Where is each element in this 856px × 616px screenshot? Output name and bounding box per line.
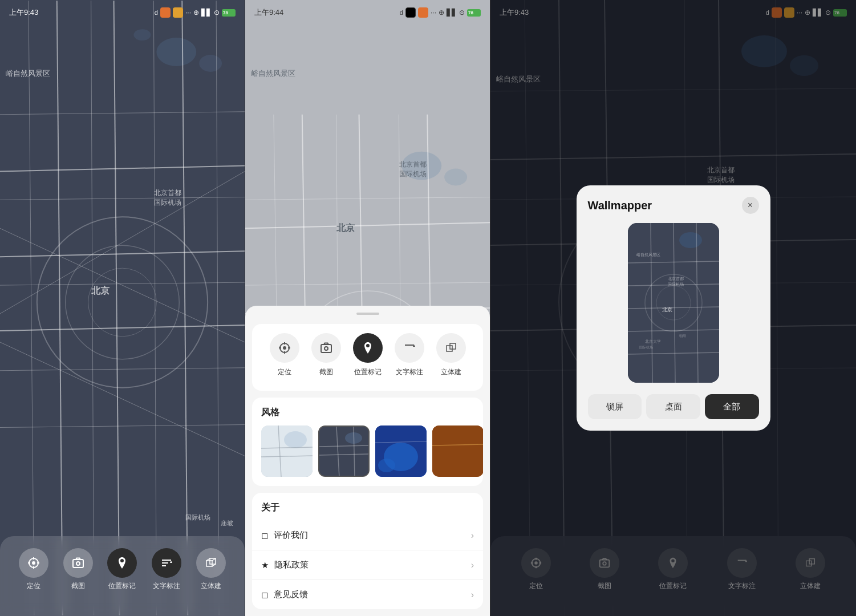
marker-icon-1: [107, 548, 137, 578]
svg-point-60: [324, 347, 328, 350]
svg-line-48: [245, 282, 490, 285]
svg-text:北京大学: 北京大学: [645, 339, 661, 343]
notif-orange-2: [418, 7, 428, 18]
svg-line-4: [0, 251, 245, 257]
svg-rect-70: [319, 427, 370, 477]
time-display-1: 上午9:43: [9, 7, 38, 18]
svg-text:峪自然风景区: 峪自然风景区: [636, 253, 660, 257]
toolbar-item-text-1[interactable]: 文字标注: [152, 548, 181, 591]
text-icon-1: [152, 548, 181, 578]
svg-point-38: [401, 152, 441, 180]
notif-tiktok-2: [405, 7, 416, 18]
style-thumb-brown[interactable]: [432, 425, 483, 477]
screenshot-icon-1: [63, 548, 93, 578]
svg-line-7: [57, 1, 63, 615]
sheet-text-label: 文字标注: [396, 367, 423, 377]
lock-screen-button[interactable]: 锁屏: [588, 394, 642, 419]
feedback-icon: ◻: [261, 590, 268, 600]
svg-rect-59: [321, 345, 331, 352]
svg-line-23: [0, 172, 245, 314]
bottom-toolbar-1: 定位 截图 位置标记 文字标注 立体建: [0, 536, 245, 616]
svg-rect-33: [206, 561, 212, 566]
svg-line-6: [114, 1, 120, 615]
sheet-item-marker[interactable]: 位置标记: [348, 324, 387, 382]
notif-yellow-1: [173, 7, 183, 18]
style-row: [252, 425, 483, 486]
wifi-icon-2: ⊙: [459, 9, 465, 17]
svg-point-53: [283, 346, 286, 350]
svg-line-12: [0, 112, 245, 115]
wallmapper-overlay: Wallmapper × 峪自然风景区: [490, 0, 856, 616]
sheet-item-text[interactable]: 文字标注: [390, 324, 429, 382]
about-row-feedback[interactable]: ◻ 意见反馈 ›: [252, 580, 483, 609]
svg-text:国际机场: 国际机场: [639, 346, 653, 349]
wallmapper-dialog: Wallmapper × 峪自然风景区: [577, 185, 770, 431]
svg-line-14: [0, 282, 245, 285]
svg-point-1: [199, 55, 222, 72]
svg-line-13: [0, 197, 245, 200]
sheet-item-locate[interactable]: 定位: [265, 324, 304, 382]
screen-2: 峪自然风景区 北京首都国际机场 北京 上午9:44 d ··· ⊕ ▋▋ ⊙ 7…: [245, 0, 490, 616]
sheet-text-icon: [395, 333, 424, 363]
all-button[interactable]: 全部: [705, 394, 759, 419]
svg-point-100: [679, 232, 702, 248]
sheet-locate-label: 定位: [278, 367, 291, 377]
wifi-icon-1: ⊙: [214, 9, 220, 17]
screen-1: 峪自然风景区 北京首都国际机场 北京 庙坡 国际机场 上午9:43 d ··· …: [0, 0, 245, 616]
toolbar-item-locate-1[interactable]: 定位: [19, 548, 48, 591]
dots-2: ···: [431, 9, 436, 17]
svg-line-20: [216, 1, 219, 615]
desktop-button[interactable]: 桌面: [646, 394, 700, 419]
style-section-title: 风格: [252, 398, 483, 425]
style-thumb-light[interactable]: [261, 425, 313, 477]
svg-rect-64: [450, 343, 456, 349]
time-display-2: 上午9:44: [254, 7, 283, 18]
bluetooth-2: ⊕: [439, 9, 444, 17]
sheet-item-3d[interactable]: 立体建: [432, 324, 470, 382]
sheet-3d-icon: [436, 333, 466, 363]
status-bar-2: 上午9:44 d ··· ⊕ ▋▋ ⊙ 78: [245, 0, 490, 25]
map-background-1: 峪自然风景区 北京首都国际机场 北京 庙坡 国际机场: [0, 0, 245, 616]
dots-1: ···: [185, 9, 191, 17]
svg-point-24: [32, 561, 35, 565]
sheet-handle: [356, 313, 379, 315]
style-thumb-blue[interactable]: [375, 425, 427, 477]
chevron-feedback: ›: [471, 590, 474, 600]
marker-label-1: 位置标记: [108, 581, 136, 591]
rate-label: 评价我们: [274, 530, 308, 541]
svg-rect-65: [261, 425, 313, 477]
svg-text:北京首都: 北京首都: [668, 277, 684, 281]
text-label-1: 文字标注: [153, 581, 180, 591]
about-row-privacy[interactable]: ★ 隐私政策 ›: [252, 550, 483, 580]
wallpaper-preview: 峪自然风景区 北京首都 国际机场 北京 朝阳 北京大学 国际机场: [628, 223, 719, 383]
locate-icon-1: [19, 548, 48, 578]
svg-point-31: [76, 562, 80, 565]
svg-point-0: [156, 38, 196, 66]
svg-marker-32: [170, 561, 172, 563]
toolbar-item-screenshot-1[interactable]: 截图: [63, 548, 93, 591]
screenshot-label-1: 截图: [71, 581, 85, 591]
svg-point-78: [378, 459, 395, 472]
app-icon-1: d: [155, 9, 158, 16]
screen-3: 峪自然风景区 北京首都国际机场 北京 上午9:43 d ··· ⊕ ▋▋ ⊙ 7…: [490, 0, 856, 616]
about-section-title: 关于: [252, 493, 483, 521]
close-button[interactable]: ×: [742, 197, 759, 214]
dialog-title: Wallmapper: [588, 199, 652, 212]
svg-rect-30: [73, 560, 83, 568]
style-thumb-dark[interactable]: [318, 425, 370, 477]
sheet-locate-icon: [270, 333, 299, 363]
3d-label-1: 立体建: [201, 581, 221, 591]
svg-rect-80: [432, 425, 483, 477]
chevron-privacy: ›: [471, 560, 474, 570]
toolbar-item-3d-1[interactable]: 立体建: [196, 548, 226, 591]
battery-2: 78: [467, 9, 481, 17]
svg-point-10: [66, 245, 180, 359]
toolbar-item-marker-1[interactable]: 位置标记: [107, 548, 137, 591]
dialog-buttons: 锁屏 桌面 全部: [588, 394, 759, 419]
svg-point-2: [133, 29, 151, 40]
sheet-item-screenshot[interactable]: 截图: [307, 324, 346, 382]
sheet-marker-label: 位置标记: [354, 367, 382, 377]
sheet-screenshot-icon: [311, 333, 341, 363]
svg-text:北京: 北京: [662, 306, 673, 313]
about-row-rate[interactable]: ◻ 评价我们 ›: [252, 521, 483, 550]
